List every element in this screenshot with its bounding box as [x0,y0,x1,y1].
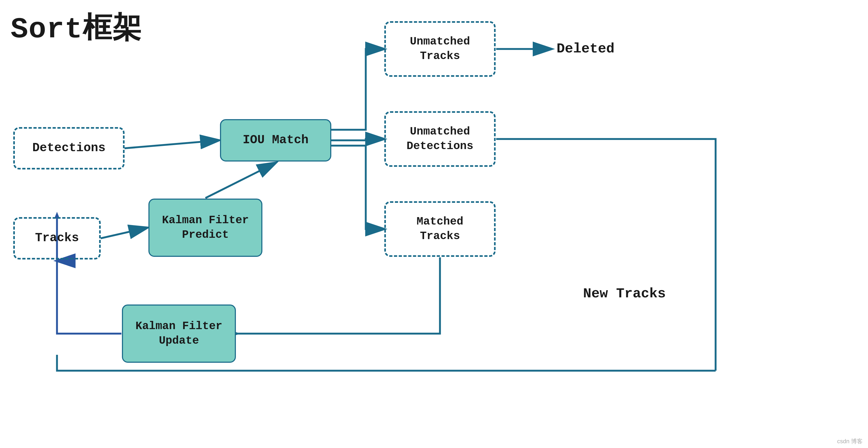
svg-line-6 [101,228,147,238]
svg-line-5 [125,140,219,148]
watermark: csdn 博客 [837,438,863,445]
detections-box: Detections [13,127,125,169]
page-title: Sort框架 [10,8,142,47]
unmatched-tracks-box: UnmatchedTracks [384,21,496,77]
svg-line-7 [206,163,276,198]
kalman-predict-box: Kalman FilterPredict [148,199,262,257]
tracks-box: Tracks [13,217,101,260]
unmatched-detections-box: UnmatchedDetections [384,111,496,167]
matched-tracks-box: MatchedTracks [384,201,496,257]
new-tracks-label: New Tracks [583,286,666,302]
kalman-update-box: Kalman FilterUpdate [122,305,236,363]
iou-match-box: IOU Match [220,119,331,162]
deleted-label: Deleted [557,41,614,57]
